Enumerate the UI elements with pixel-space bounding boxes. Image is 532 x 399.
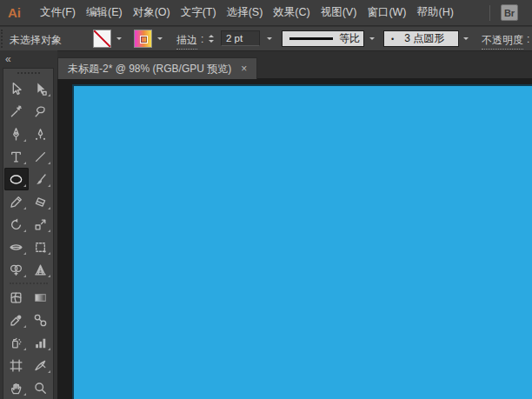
type-tool[interactable] — [4, 145, 29, 168]
curvature-pen-icon — [33, 127, 48, 142]
selection-arrow-icon — [9, 82, 23, 96]
menu-select[interactable]: 选择(S) — [222, 0, 269, 25]
dock-collapse-button[interactable]: « — [5, 55, 10, 63]
blend-icon — [33, 313, 48, 328]
pencil-icon — [9, 195, 23, 209]
slice-knife-icon — [33, 358, 48, 373]
line-segment-tool[interactable] — [29, 145, 53, 168]
artboard-icon — [9, 358, 23, 373]
ellipse-tool[interactable] — [4, 168, 29, 190]
type-icon — [9, 150, 23, 164]
stroke-label-colon: : — [201, 33, 203, 45]
stroke-weight-label[interactable]: 描边 — [176, 33, 197, 50]
magic-wand-tool[interactable] — [4, 100, 29, 123]
lasso-tool[interactable] — [29, 100, 53, 123]
shape-builder-icon — [9, 263, 23, 277]
free-transform-tool[interactable] — [29, 236, 53, 258]
control-bar: 未选择对象 描边 : 2 pt 等比 • 3 点圆形 不透明度 : — [0, 26, 532, 50]
rotate-icon — [9, 217, 23, 232]
column-graph-icon — [33, 336, 48, 350]
bridge-icon[interactable]: Br — [501, 4, 518, 21]
stroke-weight-stepper[interactable] — [209, 32, 214, 45]
tool-dock: « — [0, 50, 57, 399]
ellipse-icon — [9, 172, 23, 187]
fill-color-swatch[interactable] — [93, 30, 111, 48]
eyedropper-tool[interactable] — [4, 309, 29, 331]
magic-wand-icon — [9, 104, 23, 119]
eraser-tool[interactable] — [29, 190, 53, 213]
brush-dot-icon: • — [391, 35, 394, 43]
tools-panel — [3, 68, 54, 399]
tools-panel-grip[interactable] — [17, 72, 40, 76]
tab-close-icon[interactable]: × — [241, 63, 247, 74]
eraser-icon — [33, 195, 48, 209]
stepper-down-icon[interactable] — [209, 40, 214, 45]
stepper-up-icon[interactable] — [209, 32, 214, 37]
curvature-tool[interactable] — [29, 123, 53, 145]
menu-window[interactable]: 窗口(W) — [362, 0, 411, 25]
line-segment-icon — [33, 150, 48, 164]
scale-tool[interactable] — [29, 213, 53, 236]
opacity-label[interactable]: 不透明度 — [482, 33, 523, 50]
direct-selection-arrow-icon — [33, 82, 48, 96]
document-pasteboard — [57, 78, 532, 399]
direct-selection-tool[interactable] — [29, 77, 53, 100]
brush-definition-dropdown[interactable]: • 3 点圆形 — [383, 30, 459, 47]
hand-icon — [9, 381, 23, 396]
menubar-divider — [489, 5, 490, 21]
symbol-sprayer-tool[interactable] — [4, 331, 29, 354]
stroke-weight-input[interactable]: 2 pt — [221, 30, 260, 46]
shape-builder-tool[interactable] — [4, 258, 29, 281]
gradient-icon — [33, 290, 48, 305]
perspective-grid-tool[interactable] — [29, 258, 53, 281]
rotate-tool[interactable] — [4, 213, 29, 236]
stroke-weight-dropdown-chevron-icon[interactable] — [263, 30, 276, 48]
zoom-tool[interactable] — [29, 376, 53, 399]
artboard-canvas[interactable] — [72, 84, 532, 399]
gradient-tool[interactable] — [29, 286, 53, 309]
selection-tool[interactable] — [4, 77, 29, 100]
width-icon — [9, 240, 23, 255]
pen-tool[interactable] — [4, 123, 29, 145]
width-tool[interactable] — [4, 236, 29, 258]
menu-type[interactable]: 文字(T) — [176, 0, 222, 25]
menu-view[interactable]: 视图(V) — [316, 0, 362, 25]
tool-grid — [3, 77, 53, 399]
scale-icon — [33, 217, 48, 232]
paintbrush-tool[interactable] — [29, 168, 53, 190]
fill-dropdown-chevron-icon[interactable] — [113, 30, 125, 48]
pen-nib-icon — [9, 127, 23, 142]
menu-file[interactable]: 文件(F) — [35, 0, 81, 25]
stroke-dropdown-chevron-icon[interactable] — [154, 30, 166, 48]
artboard-tool[interactable] — [4, 354, 29, 376]
perspective-grid-icon — [33, 263, 48, 277]
illustrator-app-icon: Ai — [8, 5, 21, 20]
profile-value: 等比 — [339, 31, 360, 46]
lasso-icon — [33, 104, 48, 119]
slice-tool[interactable] — [29, 354, 53, 376]
column-graph-tool[interactable] — [29, 331, 53, 354]
symbol-sprayer-icon — [9, 336, 23, 350]
profile-dropdown-chevron-icon[interactable] — [366, 30, 378, 48]
menu-edit[interactable]: 编辑(E) — [81, 0, 128, 25]
paintbrush-icon — [33, 172, 48, 187]
uniform-profile-line-icon — [289, 37, 333, 40]
eyedropper-icon — [9, 313, 23, 328]
brush-dropdown-chevron-icon[interactable] — [460, 30, 472, 48]
pencil-tool[interactable] — [4, 190, 29, 213]
blend-tool[interactable] — [29, 309, 53, 331]
document-tab[interactable]: 未标题-2* @ 98% (RGB/GPU 预览) × — [57, 57, 257, 79]
selection-status-label: 未选择对象 — [10, 33, 62, 48]
menu-help[interactable]: 帮助(H) — [412, 0, 459, 25]
brush-value: 3 点圆形 — [404, 31, 444, 46]
menu-effect[interactable]: 效果(C) — [268, 0, 315, 25]
mesh-tool[interactable] — [4, 286, 29, 309]
opacity-label-colon: : — [527, 33, 529, 45]
control-bar-grip[interactable] — [1, 30, 6, 48]
menu-bar: Ai 文件(F) 编辑(E) 对象(O) 文字(T) 选择(S) 效果(C) 视… — [0, 0, 532, 26]
menu-object[interactable]: 对象(O) — [128, 0, 176, 25]
mesh-icon — [9, 290, 23, 305]
hand-tool[interactable] — [4, 376, 29, 399]
variable-width-profile-dropdown[interactable]: 等比 — [282, 30, 364, 47]
stroke-color-swatch[interactable] — [134, 30, 152, 48]
